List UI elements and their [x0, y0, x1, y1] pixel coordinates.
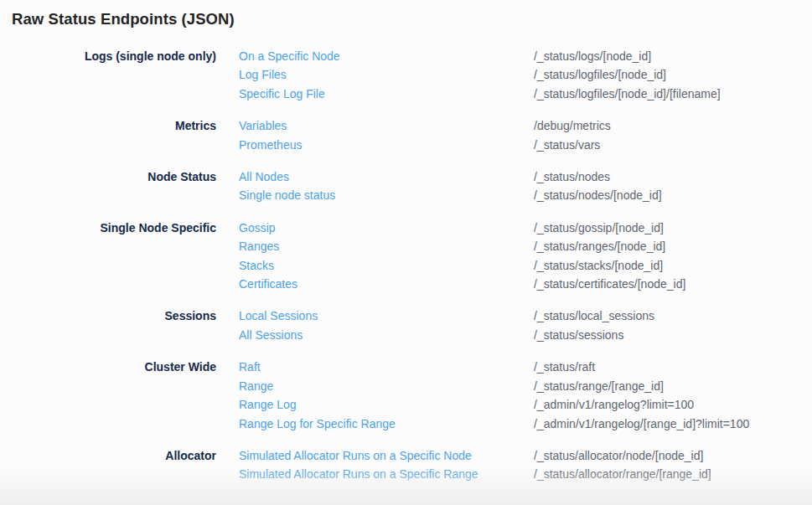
endpoint-section: Cluster Wide RaftRangeRange LogRange Log… [0, 358, 812, 433]
endpoint-url: /_status/raft [534, 358, 749, 376]
endpoint-url: /_status/ranges/[node_id] [534, 237, 685, 255]
section-links: Simulated Allocator Runs on a Specific N… [239, 446, 534, 484]
endpoint-url: /_status/logfiles/[node_id] [534, 65, 721, 84]
section-category-label: Single Node Specific [0, 219, 216, 237]
section-urls: /_status/logs/[node_id]/_status/logfiles… [534, 47, 721, 103]
endpoint-url: /debug/metrics [534, 116, 611, 135]
endpoint-url: /_admin/v1/rangelog/[range_id]?limit=100 [534, 415, 749, 433]
endpoint-link[interactable]: Specific Log File [239, 85, 534, 103]
endpoint-url: /_status/vars [534, 136, 611, 154]
endpoint-link[interactable]: Range Log for Specific Range [239, 415, 534, 433]
endpoint-section: Single Node Specific GossipRangesStacksC… [0, 219, 812, 294]
endpoint-link[interactable]: Prometheus [239, 136, 534, 154]
endpoint-url: /_status/gossip/[node_id] [534, 219, 685, 237]
endpoint-link[interactable]: Range [239, 377, 534, 395]
endpoint-link[interactable]: Certificates [239, 275, 534, 293]
endpoint-section: Sessions Local SessionsAll Sessions /_st… [0, 307, 812, 344]
section-category-label: Logs (single node only) [0, 47, 216, 65]
endpoint-section: Allocator Simulated Allocator Runs on a … [0, 446, 812, 484]
endpoint-link[interactable]: Single node status [239, 186, 534, 204]
endpoint-link[interactable]: All Nodes [239, 167, 534, 186]
endpoint-sections: Logs (single node only) On a Specific No… [0, 47, 812, 484]
section-links: VariablesPrometheus [239, 116, 534, 154]
endpoint-url: /_status/logfiles/[node_id]/[filename] [534, 85, 721, 103]
section-links: RaftRangeRange LogRange Log for Specific… [239, 358, 534, 433]
endpoint-link[interactable]: Simulated Allocator Runs on a Specific R… [239, 465, 534, 483]
debug-page: Raw Status Endpoints (JSON) Logs (single… [0, 0, 812, 505]
section-urls: /debug/metrics/_status/vars [534, 116, 611, 154]
section-category-label: Node Status [0, 167, 216, 186]
endpoint-link[interactable]: Range Log [239, 395, 534, 414]
section-category-label: Cluster Wide [0, 358, 216, 376]
endpoint-link[interactable]: Ranges [239, 237, 534, 255]
endpoint-section: Metrics VariablesPrometheus /debug/metri… [0, 116, 812, 154]
endpoint-url: /_status/range/[range_id] [534, 377, 749, 395]
endpoint-link[interactable]: Simulated Allocator Runs on a Specific N… [239, 446, 534, 465]
endpoint-url: /_status/sessions [534, 326, 654, 344]
endpoint-section: Node Status All NodesSingle node status … [0, 167, 812, 205]
endpoint-link[interactable]: Gossip [239, 219, 534, 237]
section-urls: /_status/nodes/_status/nodes/[node_id] [534, 167, 662, 205]
endpoint-section: Logs (single node only) On a Specific No… [0, 47, 812, 103]
endpoint-url: /_status/certificates/[node_id] [534, 275, 685, 293]
section-urls: /_status/gossip/[node_id]/_status/ranges… [534, 219, 685, 294]
endpoint-link[interactable]: Stacks [239, 256, 534, 275]
endpoint-link[interactable]: All Sessions [239, 326, 534, 344]
endpoint-link[interactable]: Local Sessions [239, 307, 534, 325]
endpoint-link[interactable]: On a Specific Node [239, 47, 534, 65]
section-links: All NodesSingle node status [239, 167, 534, 205]
page-title: Raw Status Endpoints (JSON) [12, 9, 812, 29]
endpoint-url: /_status/local_sessions [534, 307, 654, 325]
section-category-label: Allocator [0, 446, 216, 465]
section-links: On a Specific NodeLog FilesSpecific Log … [239, 47, 534, 103]
endpoint-url: /_admin/v1/rangelog?limit=100 [534, 395, 749, 414]
endpoint-link[interactable]: Log Files [239, 65, 534, 84]
section-links: GossipRangesStacksCertificates [239, 219, 534, 294]
endpoint-url: /_status/nodes [534, 167, 662, 186]
section-category-label: Sessions [0, 307, 216, 325]
endpoint-link[interactable]: Raft [239, 358, 534, 376]
section-urls: /_status/raft/_status/range/[range_id]/_… [534, 358, 749, 433]
endpoint-url: /_status/logs/[node_id] [534, 47, 721, 65]
endpoint-url: /_status/allocator/node/[node_id] [534, 446, 711, 465]
endpoint-url: /_status/nodes/[node_id] [534, 186, 662, 204]
section-category-label: Metrics [0, 116, 216, 135]
endpoint-link[interactable]: Variables [239, 116, 534, 135]
section-urls: /_status/local_sessions/_status/sessions [534, 307, 654, 344]
endpoint-url: /_status/allocator/range/[range_id] [534, 465, 711, 483]
endpoint-url: /_status/stacks/[node_id] [534, 256, 685, 275]
section-links: Local SessionsAll Sessions [239, 307, 534, 344]
section-urls: /_status/allocator/node/[node_id]/_statu… [534, 446, 711, 484]
